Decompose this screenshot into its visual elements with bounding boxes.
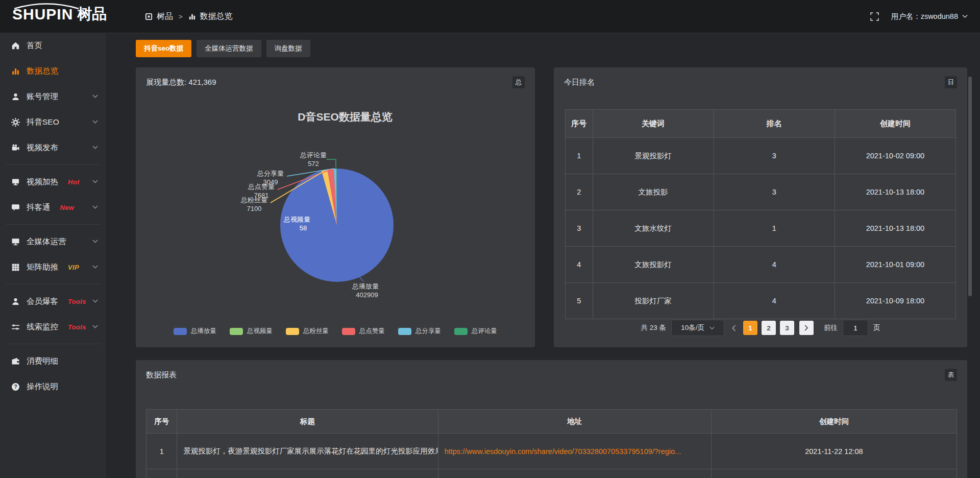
report-header-序号: 序号 [146, 410, 177, 434]
chevron-down-icon [92, 299, 98, 303]
report-table-header-row: 序号标题地址创建时间 [146, 410, 957, 434]
breadcrumb: 树品 > 数据总览 [145, 0, 233, 33]
legend-swatch [342, 328, 355, 335]
sidebar-item-label: 账号管理 [27, 91, 58, 102]
tab-询盘数据[interactable]: 询盘数据 [266, 40, 310, 57]
table-row[interactable]: 4文旅投影灯42021-10-01 09:00 [566, 247, 956, 283]
table-cell: 2021-10-09 18:00 [835, 283, 955, 319]
sidebar-item-抖客通[interactable]: 抖客通New [0, 195, 106, 220]
fullscreen-icon[interactable] [870, 12, 879, 21]
pie-wedges[interactable] [280, 169, 394, 282]
table-cell: 3 [566, 210, 593, 247]
page-button-2[interactable]: 2 [762, 321, 776, 335]
impressions-card: 展现量总数: 421,369 总 D音SEO数据量总览 总评论量 572 总分享… [136, 67, 535, 347]
sidebar-item-label: 抖音SEO [27, 117, 59, 128]
day-badge-button[interactable]: 日 [945, 76, 957, 88]
table-row[interactable]: 2文旅投影32021-10-13 18:00 [566, 174, 956, 210]
page-size-select[interactable]: 10条/页 [671, 320, 724, 336]
sidebar-item-线索监控[interactable]: 线索监控Tools [0, 314, 106, 340]
ranking-table: 序号关键词排名创建时间 1景观投影灯32021-10-02 09:002文旅投影… [565, 109, 956, 319]
breadcrumb-item-home[interactable]: 树品 [157, 11, 173, 22]
seo-pie-chart: D音SEO数据量总览 总评论量 572 总分享量 3049 总点赞量 7681 … [136, 67, 535, 347]
ranking-card: 今日排名 日 序号关键词排名创建时间 1景观投影灯32021-10-02 09:… [554, 67, 967, 347]
sidebar-item-label: 全媒体运营 [27, 236, 66, 247]
monitor-icon [11, 237, 20, 246]
table-row[interactable]: 1景观投影灯32021-10-02 09:00 [566, 138, 956, 174]
ranking-table-header-row: 序号关键词排名创建时间 [566, 110, 956, 138]
legend-item-总粉丝量[interactable]: 总粉丝量 [286, 327, 329, 336]
legend-label: 总点赞量 [359, 327, 385, 336]
app-header: SHUPIN 树品 树品 > 数据总览 用户名：zswodun88 [0, 0, 980, 33]
bar-chart-icon [11, 67, 20, 76]
sidebar-item-数据总览[interactable]: 数据总览 [0, 58, 106, 84]
gear-icon [11, 118, 20, 127]
table-cell: 2021-10-01 09:00 [835, 247, 955, 283]
report-cell-no: 1 [146, 434, 177, 469]
pagination-total: 共 23 条 [641, 323, 666, 332]
sidebar-item-badge: Hot [68, 178, 80, 186]
page-button-1[interactable]: 1 [743, 321, 757, 335]
pagination: 共 23 条 10条/页 123 前往 页 [554, 320, 967, 336]
table-cell: 4 [566, 247, 593, 283]
legend-item-总评论量[interactable]: 总评论量 [454, 327, 497, 336]
sidebar-item-视频发布[interactable]: 视频发布 [0, 135, 106, 160]
logo-arc [12, 3, 81, 9]
pie-value-fans: 7100 [247, 205, 262, 212]
goto-page-input[interactable] [843, 320, 868, 336]
legend-label: 总分享量 [415, 327, 441, 336]
sliders-icon [11, 323, 20, 331]
pie-label-shares: 总分享量 [257, 170, 284, 177]
table-badge-button[interactable]: 表 [945, 369, 957, 381]
report-card: 数据报表 表 序号标题地址创建时间 1景观投影灯，夜游景观投影灯厂家展示展示落花… [136, 360, 967, 478]
header-right: 用户名：zswodun88 [870, 0, 968, 33]
legend-item-总分享量[interactable]: 总分享量 [398, 327, 441, 336]
breadcrumb-item-current[interactable]: 数据总览 [200, 11, 233, 22]
ranking-header-排名: 排名 [714, 110, 835, 138]
sidebar-item-label: 矩阵助推 [27, 262, 58, 273]
sidebar-item-矩阵助推[interactable]: 矩阵助推VIP [0, 254, 106, 280]
chevron-down-icon [709, 326, 715, 330]
legend-item-总点赞量[interactable]: 总点赞量 [342, 327, 385, 336]
chevron-down-icon [92, 240, 98, 244]
pie-value-plays: 402909 [356, 291, 378, 299]
sidebar-item-消费明细[interactable]: 消费明细 [0, 348, 106, 374]
sidebar-item-抖音SEO[interactable]: 抖音SEO [0, 109, 106, 135]
data-source-tabs: 抖音seo数据全媒体运营数据询盘数据 [136, 40, 310, 57]
table-row[interactable]: 1景观投影灯，夜游景观投影灯厂家展示展示落花灯在花园里的灯光投影应用效果 #ht… [146, 434, 957, 469]
user-menu[interactable]: 用户名：zswodun88 [891, 12, 968, 21]
username-label: 用户名：zswodun88 [891, 12, 958, 21]
sidebar-item-全媒体运营[interactable]: 全媒体运营 [0, 229, 106, 254]
sidebar-item-首页[interactable]: 首页 [0, 33, 106, 58]
sidebar-item-badge: New [60, 204, 75, 211]
sidebar-item-label: 会员爆客 [27, 296, 58, 307]
chevron-down-icon [92, 180, 98, 184]
pie-label-videos: 总视频量 [283, 216, 310, 223]
sidebar-item-操作说明[interactable]: ?操作说明 [0, 374, 106, 399]
app-icon [145, 13, 153, 20]
table-row[interactable]: 3文旅水纹灯12021-10-13 18:00 [566, 210, 956, 247]
legend-label: 总播放量 [191, 327, 216, 336]
report-card-title: 数据报表 [146, 370, 177, 380]
sidebar-item-会员爆客[interactable]: 会员爆客Tools [0, 289, 106, 314]
table-row-partial [146, 469, 957, 478]
legend-swatch [398, 328, 411, 335]
legend-item-总视频量[interactable]: 总视频量 [230, 327, 273, 336]
logo-text-cn: 树品 [77, 7, 107, 22]
prev-page-button[interactable] [731, 325, 736, 331]
sidebar-item-视频加热[interactable]: 视频加热Hot [0, 169, 106, 195]
report-cell-link[interactable]: https://www.iesdouyin.com/share/video/70… [438, 434, 711, 469]
sidebar-item-label: 消费明细 [27, 356, 58, 367]
legend-item-总播放量[interactable]: 总播放量 [174, 327, 216, 336]
chevron-down-icon [962, 14, 968, 18]
ranking-header-创建时间: 创建时间 [835, 110, 955, 138]
scrollbar-thumb[interactable] [968, 77, 972, 296]
page-button-3[interactable]: 3 [780, 321, 794, 335]
sidebar-item-label: 抖客通 [27, 202, 51, 213]
pie-label-plays: 总播放量 [352, 282, 379, 290]
table-cell: 4 [714, 247, 835, 283]
table-row[interactable]: 5投影灯厂家42021-10-09 18:00 [566, 283, 956, 319]
tab-抖音seo数据[interactable]: 抖音seo数据 [136, 40, 191, 57]
next-page-button[interactable] [799, 321, 814, 335]
tab-全媒体运营数据[interactable]: 全媒体运营数据 [197, 40, 261, 57]
sidebar-item-账号管理[interactable]: 账号管理 [0, 84, 106, 109]
